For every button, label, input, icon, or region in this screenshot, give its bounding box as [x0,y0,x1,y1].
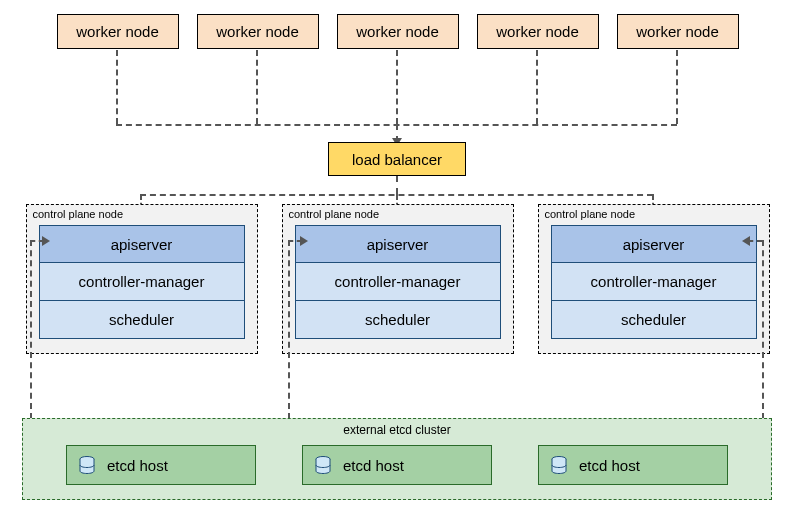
worker-node: worker node [57,14,179,49]
worker-node: worker node [337,14,459,49]
control-plane-node: control plane node apiserver controller-… [26,204,258,354]
connector-line [256,50,258,124]
worker-node: worker node [617,14,739,49]
connector-line [396,176,398,194]
etcd-host-box: etcd host [66,445,256,485]
worker-node-row: worker node worker node worker node work… [0,14,795,49]
control-plane-title: control plane node [545,208,636,220]
etcd-host-row: etcd host etcd host etcd host [23,437,771,485]
connector-line [676,50,678,124]
connector-line [748,240,762,242]
connector-line [536,50,538,124]
scheduler-box: scheduler [39,301,245,339]
apiserver-box: apiserver [295,225,501,263]
worker-node: worker node [197,14,319,49]
controller-manager-box: controller-manager [551,263,757,301]
etcd-cluster-box: external etcd cluster etcd host etcd hos… [22,418,772,500]
etcd-host-label: etcd host [343,457,404,474]
etcd-cluster-title: external etcd cluster [23,423,771,437]
etcd-host-box: etcd host [538,445,728,485]
database-icon [551,456,567,474]
control-plane-title: control plane node [289,208,380,220]
control-plane-node: control plane node apiserver controller-… [538,204,770,354]
connector-line [396,50,398,124]
arrowhead-icon [742,236,750,246]
database-icon [79,456,95,474]
connector-line [116,50,118,124]
scheduler-box: scheduler [295,301,501,339]
controller-manager-box: controller-manager [39,263,245,301]
apiserver-box: apiserver [551,225,757,263]
controller-manager-box: controller-manager [295,263,501,301]
control-plane-node: control plane node apiserver controller-… [282,204,514,354]
architecture-diagram: worker node worker node worker node work… [0,0,795,514]
etcd-host-label: etcd host [107,457,168,474]
load-balancer-box: load balancer [328,142,466,176]
apiserver-box: apiserver [39,225,245,263]
etcd-host-box: etcd host [302,445,492,485]
worker-node: worker node [477,14,599,49]
arrowhead-icon [42,236,50,246]
arrowhead-icon [300,236,308,246]
etcd-host-label: etcd host [579,457,640,474]
control-plane-row: control plane node apiserver controller-… [0,204,795,354]
database-icon [315,456,331,474]
scheduler-box: scheduler [551,301,757,339]
control-plane-title: control plane node [33,208,124,220]
